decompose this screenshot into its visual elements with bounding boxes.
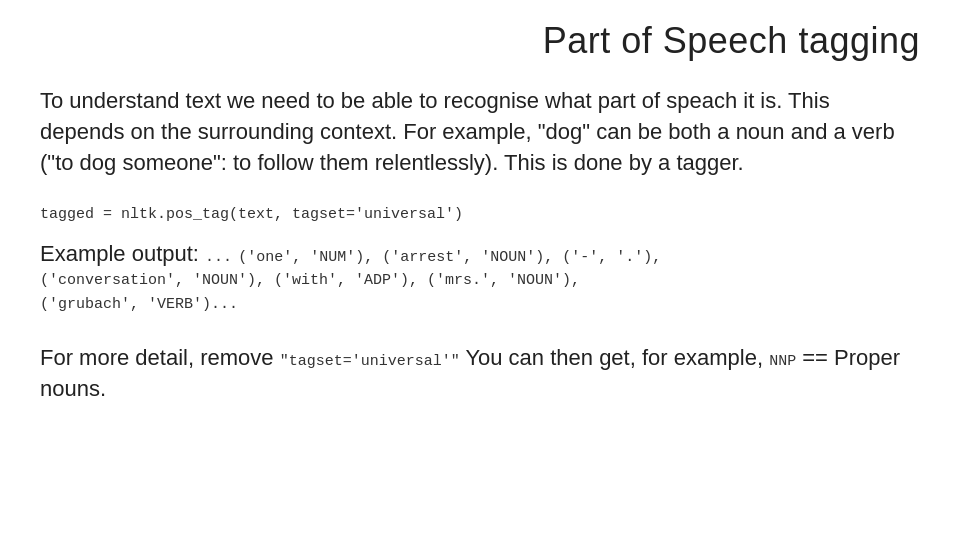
intro-paragraph: To understand text we need to be able to… bbox=[40, 86, 920, 178]
example-section: Example output: ... ('one', 'NUM'), ('ar… bbox=[40, 241, 920, 317]
example-line-3: ('grubach', 'VERB')... bbox=[40, 293, 920, 317]
footer-section: For more detail, remove "tagset='univers… bbox=[40, 343, 920, 405]
footer-code-2: NNP bbox=[769, 353, 796, 370]
footer-text-1: For more detail, remove bbox=[40, 345, 280, 370]
page-container: Part of Speech tagging To understand tex… bbox=[40, 20, 920, 405]
page-title: Part of Speech tagging bbox=[40, 20, 920, 62]
example-output-block: ('conversation', 'NOUN'), ('with', 'ADP'… bbox=[40, 269, 920, 317]
footer-text-2: You can then get, for example, bbox=[460, 345, 769, 370]
footer-code-1: "tagset='universal'" bbox=[280, 353, 460, 370]
example-ellipsis: ... bbox=[205, 249, 232, 266]
example-line-2: ('conversation', 'NOUN'), ('with', 'ADP'… bbox=[40, 269, 920, 293]
title-section: Part of Speech tagging bbox=[40, 20, 920, 62]
code-snippet: tagged = nltk.pos_tag(text, tagset='univ… bbox=[40, 206, 920, 223]
example-first-line: ('one', 'NUM'), ('arrest', 'NOUN'), ('-'… bbox=[238, 249, 661, 266]
example-label: Example output: ... ('one', 'NUM'), ('ar… bbox=[40, 241, 661, 266]
